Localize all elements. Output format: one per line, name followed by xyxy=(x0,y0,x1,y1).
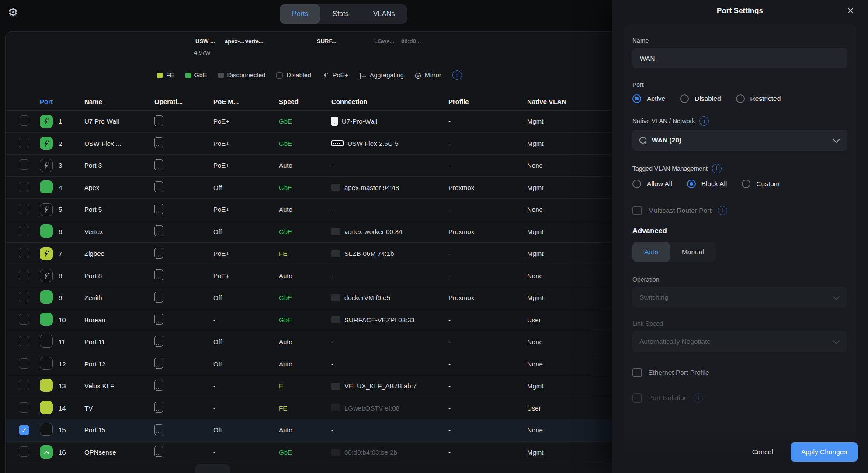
multicast-info-icon[interactable] xyxy=(718,206,727,215)
row-checkbox[interactable] xyxy=(19,159,29,170)
row-checkbox[interactable] xyxy=(19,446,29,457)
ethernet-port-profile-checkbox-row[interactable]: Ethernet Port Profile xyxy=(632,368,847,377)
column-header-0[interactable]: Port xyxy=(40,98,84,105)
multicast-router-port-checkbox-row[interactable]: Multicast Router Port xyxy=(632,206,847,215)
column-header-1[interactable]: Name xyxy=(84,98,154,105)
port-status-icon xyxy=(40,159,53,172)
poe-bolt-icon xyxy=(42,161,51,169)
mirror-icon: ◎ xyxy=(415,72,421,79)
cancel-button[interactable]: Cancel xyxy=(752,448,773,456)
row-checkbox[interactable] xyxy=(19,380,29,390)
profile: - xyxy=(448,426,527,434)
connection-name: SURFACE-VEZPI 03:33 xyxy=(344,316,415,324)
name-input[interactable] xyxy=(632,48,847,68)
row-checkbox[interactable] xyxy=(19,292,29,302)
port-isolation-checkbox[interactable] xyxy=(632,393,642,403)
row-checkbox[interactable] xyxy=(19,314,29,325)
port-state-section: Port Active Disabled Restricted xyxy=(632,81,847,103)
switch-device-icon xyxy=(154,269,163,280)
speed: Auto xyxy=(279,206,331,213)
row-checkbox[interactable] xyxy=(19,204,29,214)
segment-manual[interactable]: Manual xyxy=(670,242,716,262)
settings-gear-icon[interactable]: ⚙ xyxy=(8,6,18,19)
row-checkbox[interactable] xyxy=(19,182,29,192)
radio-option-allow-all[interactable]: Allow All xyxy=(632,180,672,188)
row-checkbox[interactable] xyxy=(19,248,29,258)
poe-bolt-icon xyxy=(42,249,51,258)
port-number: 1 xyxy=(59,117,84,125)
poe-mode: - xyxy=(213,316,279,324)
row-checkbox[interactable] xyxy=(19,115,29,126)
row-checkbox[interactable]: ✓ xyxy=(19,425,29,435)
switch-device-icon xyxy=(154,314,163,325)
column-header-6[interactable]: Profile xyxy=(448,98,527,105)
native-vlan-info-icon[interactable] xyxy=(699,116,709,126)
port-number: 7 xyxy=(59,250,84,257)
radio-option-custom[interactable]: Custom xyxy=(742,180,779,188)
speed: Auto xyxy=(279,272,331,280)
native-vlan-select[interactable]: WAN (20) xyxy=(632,130,847,151)
radio-option-active[interactable]: Active xyxy=(632,94,665,103)
port-status-icon xyxy=(40,335,53,348)
legend-info-icon[interactable] xyxy=(452,70,462,80)
connection-name: - xyxy=(331,426,333,434)
segment-auto[interactable]: Auto xyxy=(632,242,670,262)
column-header-5[interactable]: Connection xyxy=(331,98,448,105)
poe-mode: PoE+ xyxy=(213,272,279,280)
server-device-icon xyxy=(331,449,340,456)
row-checkbox[interactable] xyxy=(19,226,29,236)
poe-mode: PoE+ xyxy=(213,140,279,147)
row-checkbox[interactable] xyxy=(19,336,29,346)
connection-name: - xyxy=(331,162,333,169)
server-device-icon xyxy=(331,404,340,411)
connection-name: - xyxy=(331,338,333,345)
port-isolation-checkbox-row[interactable]: Port Isolation xyxy=(632,393,847,403)
port-number: 2 xyxy=(59,140,84,147)
close-icon[interactable]: ✕ xyxy=(847,6,854,15)
column-header-2[interactable]: Operati... xyxy=(154,98,213,105)
speed: E xyxy=(279,382,331,390)
radio-option-disabled[interactable]: Disabled xyxy=(680,94,721,103)
speed: FE xyxy=(279,250,331,257)
tab-ports[interactable]: Ports xyxy=(280,4,320,24)
switch-device-icon xyxy=(154,248,163,259)
port-number: 10 xyxy=(59,316,84,324)
port-settings-drawer: Port Settings ✕ Name Port Active Disable… xyxy=(612,0,868,473)
port-status-icon xyxy=(40,313,53,326)
swatch-disabled-icon xyxy=(276,72,283,79)
column-header-4[interactable]: Speed xyxy=(279,98,331,105)
radio-label: Block All xyxy=(701,180,727,188)
ethernet-profile-checkbox[interactable] xyxy=(632,368,642,377)
switch-device-icon xyxy=(154,446,163,457)
connected-device-label: SURF... xyxy=(317,38,337,45)
port-isolation-info-icon[interactable] xyxy=(694,393,703,403)
table-footer-partial-button[interactable] xyxy=(195,464,230,473)
column-header-3[interactable]: PoE M... xyxy=(213,98,279,105)
switch-device-icon xyxy=(154,380,163,391)
tab-vlans[interactable]: VLANs xyxy=(361,4,407,24)
port-isolation-label: Port Isolation xyxy=(648,394,687,402)
row-checkbox[interactable] xyxy=(19,358,29,369)
radio-option-restricted[interactable]: Restricted xyxy=(736,94,781,103)
port-number: 12 xyxy=(59,360,84,368)
multicast-checkbox[interactable] xyxy=(632,206,642,215)
row-checkbox[interactable] xyxy=(19,270,29,280)
switch-device-icon xyxy=(154,292,163,303)
apply-changes-button[interactable]: Apply Changes xyxy=(791,442,858,462)
multicast-label: Multicast Router Port xyxy=(648,207,712,214)
row-checkbox[interactable] xyxy=(19,138,29,148)
radio-icon xyxy=(632,94,641,103)
tagged-vlan-info-icon[interactable] xyxy=(712,164,722,173)
link-speed-label: Link Speed xyxy=(632,320,847,327)
connection: USW Flex 2.5G 5 xyxy=(331,140,448,147)
tab-stats[interactable]: Stats xyxy=(320,4,361,24)
uplink-chevron-icon xyxy=(42,448,51,456)
row-checkbox[interactable] xyxy=(19,402,29,413)
switch-device-icon xyxy=(154,181,163,192)
speed: GbE xyxy=(279,117,331,125)
port-status-icon xyxy=(40,290,53,304)
legend-label: FE xyxy=(166,72,174,79)
legend-label: GbE xyxy=(194,72,207,79)
radio-option-block-all[interactable]: Block All xyxy=(687,180,727,188)
port-number: 3 xyxy=(59,162,84,169)
